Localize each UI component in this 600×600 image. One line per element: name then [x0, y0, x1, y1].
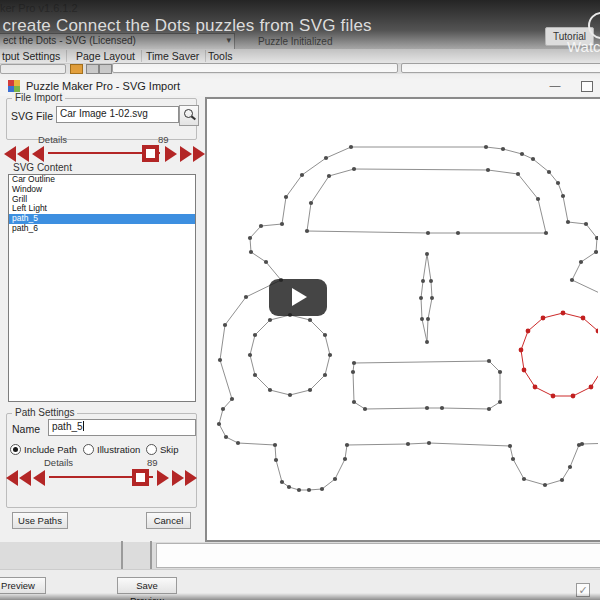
puzzle-dot [516, 172, 520, 176]
save-preview-button[interactable]: Save Preview [117, 577, 177, 594]
puzzle-dot [253, 373, 257, 377]
text-caret [83, 421, 84, 431]
puzzle-dot [406, 442, 410, 446]
puzzle-dot [320, 487, 324, 491]
toolbar-icon[interactable] [99, 64, 112, 74]
puzzle-dot [589, 385, 594, 390]
toolbar-combobox[interactable] [0, 64, 66, 74]
details-value: 89 [147, 457, 158, 468]
video-title[interactable]: o create Connect the Dots puzzles from S… [0, 16, 372, 36]
svg-file-input[interactable]: Car Image 1-02.svg [56, 106, 179, 123]
fast-increase-button[interactable] [172, 470, 197, 486]
puzzle-dot [264, 260, 268, 264]
slider-handle[interactable] [132, 469, 149, 486]
svg-content-list[interactable]: Car Outline Window Grill Left Light path… [8, 174, 196, 402]
puzzle-dot [308, 388, 312, 392]
fast-increase-button[interactable] [180, 146, 205, 162]
app-window-title: ker Pro v1.6.1.2 [0, 2, 78, 14]
puzzle-dot [568, 465, 572, 469]
status-text: Puzzle Initialized [258, 36, 332, 47]
text-preview-button[interactable]: xt Preview [0, 577, 46, 594]
puzzle-dot [531, 157, 535, 161]
fast-decrease-button[interactable] [4, 146, 29, 162]
toolbar [0, 64, 600, 74]
puzzle-dot [533, 385, 538, 390]
menu-item-time-saver[interactable]: Time Saver [140, 50, 206, 62]
app-icon [8, 80, 20, 92]
chevron-down-icon: ▾ [226, 35, 231, 45]
cancel-button[interactable]: Cancel [146, 512, 191, 529]
menu-item-output-settings[interactable]: tput Settings [0, 50, 67, 62]
puzzle-dot [560, 478, 564, 482]
preview-path-left-light[interactable] [250, 315, 330, 395]
toolbar-field[interactable] [112, 63, 398, 73]
puzzle-dot [221, 407, 225, 411]
toolbar-field[interactable] [401, 63, 600, 73]
puzzle-dot [323, 373, 327, 377]
preview-path-window[interactable] [307, 169, 546, 233]
puzzle-dot [561, 311, 566, 316]
watch-later-label[interactable]: Watch [567, 38, 600, 55]
open-folder-icon[interactable] [70, 64, 83, 74]
illustration-radio[interactable] [83, 444, 94, 455]
minimize-button[interactable]: — [548, 79, 562, 93]
decrease-button[interactable] [33, 470, 45, 486]
puzzle-dot [522, 368, 527, 373]
puzzle-dot [426, 231, 430, 235]
puzzle-dot [584, 222, 588, 226]
toolbar-icon[interactable] [86, 64, 99, 74]
puzzle-dot [498, 370, 502, 374]
increase-button[interactable] [165, 146, 177, 162]
puzzle-dot [579, 260, 583, 264]
use-paths-button[interactable]: Use Paths [12, 512, 68, 529]
puzzle-dot [429, 279, 433, 283]
decrease-button[interactable] [32, 146, 44, 162]
skip-radio[interactable] [146, 444, 157, 455]
background-panel [156, 543, 600, 568]
checkbox-checked[interactable]: ✓ [576, 583, 590, 597]
puzzle-dot [486, 168, 490, 172]
puzzle-dot [352, 400, 356, 404]
fast-decrease-button[interactable] [6, 470, 31, 486]
puzzle-dot [349, 145, 353, 149]
dialog-title: Puzzle Maker Pro - SVG Import [26, 80, 180, 92]
list-item[interactable]: Window [9, 185, 195, 195]
file-import-group-label: File Import [12, 92, 65, 103]
puzzle-dot [300, 173, 304, 177]
puzzle-dot [230, 397, 234, 401]
list-item[interactable]: path_6 [9, 224, 195, 234]
puzzle-dot [345, 443, 349, 447]
maximize-button[interactable] [581, 81, 593, 92]
play-button[interactable] [269, 279, 327, 316]
path-name-input[interactable]: path_5 [48, 419, 196, 436]
preview-svg [207, 99, 598, 536]
window-divider [121, 541, 123, 569]
puzzle-dot [305, 229, 309, 233]
puzzle-type-dropdown-value: ect the Dots - SVG (Licensed) [3, 35, 136, 46]
include-path-radio[interactable] [10, 444, 21, 455]
puzzle-dot [288, 393, 292, 397]
puzzle-dot [274, 458, 278, 462]
puzzle-dot [577, 443, 581, 447]
preview-path-right-light[interactable] [521, 313, 598, 396]
screenshot-root: ker Pro v1.6.1.2 ect the Dots - SVG (Lic… [0, 0, 600, 600]
puzzle-preview-canvas[interactable] [205, 97, 600, 542]
browse-file-button[interactable] [179, 105, 199, 126]
puzzle-dot [244, 295, 248, 299]
puzzle-dot [218, 358, 222, 362]
puzzle-dot [309, 201, 313, 205]
menu-item-page-layout[interactable]: Page Layout [70, 50, 142, 62]
puzzle-dot [253, 333, 257, 337]
puzzle-dot [343, 457, 347, 461]
preview-path-grill[interactable] [353, 361, 500, 409]
menu-item-tools[interactable]: Tools [202, 50, 239, 62]
puzzle-dot [440, 406, 444, 410]
puzzle-dot [287, 485, 291, 489]
slider-handle[interactable] [142, 145, 159, 162]
puzzle-dot [268, 388, 272, 392]
puzzle-dot [526, 329, 531, 334]
increase-button[interactable] [157, 470, 169, 486]
app-window-top: ker Pro v1.6.1.2 ect the Dots - SVG (Lic… [0, 0, 600, 74]
puzzle-dot [327, 174, 331, 178]
puzzle-dot [487, 359, 491, 363]
